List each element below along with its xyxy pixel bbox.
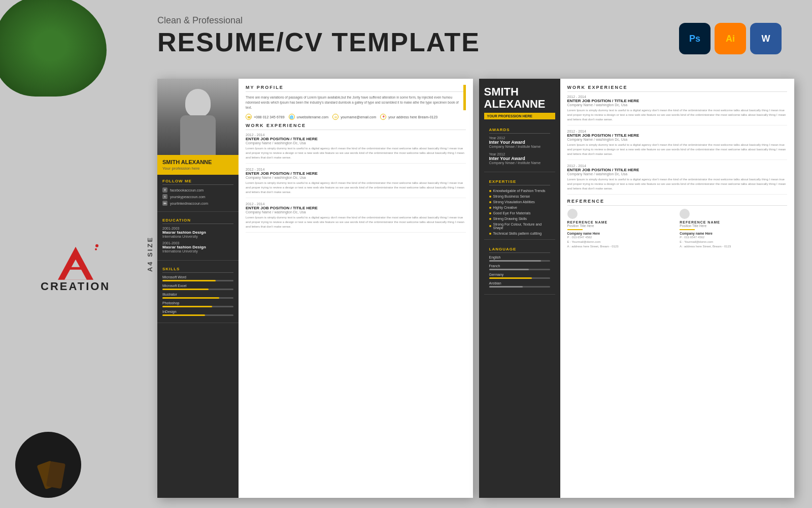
lang-name-4: Arobian <box>489 281 550 285</box>
work-experience-section: WORK EXPERIENCE 2012 - 2014 ENTER JOB PO… <box>246 123 466 233</box>
skill-bar-fill-5 <box>162 314 205 316</box>
edu-year-2: 2001-2003 <box>162 241 233 245</box>
award-title-2: Inter Your Award <box>489 156 550 161</box>
ref-avatar-2 <box>680 209 690 219</box>
follow-me-title: FOLLOW ME <box>162 179 233 185</box>
social-twitter: t yourskypeaccoun.com <box>162 194 233 199</box>
follow-me-section: FOLLOW ME f facebookaccoun.com t yoursky… <box>157 175 239 212</box>
edu-degree-2: Masrar fashion Design <box>162 245 233 249</box>
work-year-1: 2012 - 2014 <box>246 133 466 137</box>
work-company-3: Company Name / washington Dc, Usa <box>246 210 466 214</box>
photoshop-icon: Ps <box>679 23 710 54</box>
page2-work-1: 2012 - 2014 ENTER JOB POSITION / TITILE … <box>567 95 788 125</box>
resume-pages: SMITH ALEXANNE Your profession here FOLL… <box>157 79 794 498</box>
skill-name-2: Microsoft Excel <box>162 284 233 288</box>
lang-bar-bg-2 <box>489 269 550 270</box>
expertise-1: Knowlwdgable of Fashion Trends <box>489 188 550 194</box>
expertise-6: Streng Drawing Skills <box>489 216 550 221</box>
contact-phone: ☎ +088 012 345 6789 <box>246 114 285 120</box>
contact-address: 📍 your address here Bream-0123 <box>380 114 437 120</box>
brand-name: CREATION <box>41 280 110 293</box>
awards-title: AWARDS <box>489 128 550 134</box>
lang-2: Franch <box>489 264 550 270</box>
social-linkedin: in yourlinkedinaccoun.com <box>162 201 233 206</box>
expertise-5: Good Eye For Materials <box>489 210 550 216</box>
lang-bar-fill-4 <box>489 286 523 288</box>
skill-name-5: InDesign <box>162 310 233 313</box>
dot-3 <box>489 201 491 203</box>
profile-section-title: MY PROFILE <box>246 85 466 92</box>
work-desc-3: Lorem Ipsum is simply dummy text is usef… <box>246 215 466 229</box>
award-title-1: Inter Your Award <box>489 140 550 145</box>
expertise-section: Expertise Knowlwdgable of Fashion Trends… <box>484 175 555 240</box>
globe-icon: 🌐 <box>289 114 295 120</box>
edu-school-2: Internationa University <box>162 249 233 253</box>
work-title-1: ENTER JOB POSITION / TITILE HERE <box>246 137 466 141</box>
page1-left-column: SMITH ALEXANNE Your profession here FOLL… <box>157 79 239 498</box>
award-year-2: Year 2012 <box>489 152 550 156</box>
edu-year-1: 2001-2003 <box>162 227 233 230</box>
lang-bar-bg-4 <box>489 286 550 288</box>
ref-divider-1 <box>567 229 583 230</box>
reference-2: REFERENCE NAME Position Title Here Compa… <box>680 209 787 249</box>
work-year-2: 2012 - 2014 <box>246 168 466 171</box>
page2-left-column: SMITH ALEXANNE YOUR PROFESSION HERE AWAR… <box>479 79 560 498</box>
plant-pot-bottom <box>15 432 81 498</box>
dot-5 <box>489 212 491 214</box>
ref-email-2: E : Yourmail@domn.com <box>680 240 787 244</box>
work-company-1: Company Name / washington Dc, Usa <box>246 141 466 145</box>
page2-work-company-1: Company Name / washington Dc, Usa <box>567 103 788 107</box>
skill-5: InDesign <box>162 310 233 316</box>
reference-row: REFERENCE NAME Position Title Here Compa… <box>567 209 788 249</box>
lang-name-2: Franch <box>489 264 550 268</box>
skill-bar-bg-4 <box>162 306 233 307</box>
page2-work-3: 2012 - 2014 ENTER JOB POSITION / TITILE … <box>567 164 788 195</box>
name-banner: SMITH ALEXANNE Your profession here <box>157 155 239 175</box>
work-desc-1: Lorem Ipsum is simply dummy text is usef… <box>246 146 466 160</box>
page2-work-desc-3: Lorem Ipsum is simply dummy text is usef… <box>567 177 788 191</box>
resume-name: SMITH ALEXANNE <box>162 159 233 166</box>
lang-4: Arobian <box>489 281 550 288</box>
lang-bar-bg-3 <box>489 277 550 279</box>
award-company-2: Company Nmae / Institute Name <box>489 161 550 165</box>
email-address: yourname@email.com <box>341 115 376 119</box>
award-item-2: Year 2012 Inter Your Award Company Nmae … <box>489 152 550 165</box>
twitter-icon: t <box>162 194 167 199</box>
education-section: EDUCATION 2001-2003 Masrar fashion Desig… <box>157 214 239 261</box>
page2-work-company-3: Company Name / washington Dc, Usa <box>567 172 788 176</box>
twitter-link: yourskypeaccoun.com <box>170 195 206 199</box>
skill-bar-bg-3 <box>162 297 233 299</box>
word-icon: W <box>750 23 782 54</box>
education-item-2: 2001-2003 Masrar fashion Design Internat… <box>162 241 233 253</box>
ref-email-1: E : Yourmail@domn.com <box>567 240 675 244</box>
social-facebook: f facebookaccoun.com <box>162 187 233 193</box>
linkedin-icon: in <box>162 201 167 206</box>
page2-work-2: 2012 - 2014 ENTER JOB POSITION / TITILE … <box>567 130 788 160</box>
reference-title: REFERENCE <box>567 199 788 206</box>
page2-work-company-2: Company Name / washington Dc, Usa <box>567 138 788 141</box>
edu-school-1: Internationa University <box>162 235 233 238</box>
ref-phone-2: P : 013 6547 4562 <box>680 235 787 240</box>
website-url: urwebsitename.com <box>297 115 329 119</box>
dot-7 <box>489 225 491 227</box>
skill-bar-bg-1 <box>162 280 233 281</box>
page2-work-desc-1: Lorem Ipsum is simply dummy text is usef… <box>567 108 788 122</box>
skills-section: SKILLS Microsoft Word Microsoft Excel Il… <box>157 263 239 323</box>
work-company-2: Company Name / washington Dc, Usa <box>246 176 466 179</box>
education-title: EDUCATION <box>162 218 233 224</box>
lang-3: Germany <box>489 273 550 279</box>
work-entry-3: 2012 - 2014 ENTER JOB POSITION / TITILE … <box>246 202 466 233</box>
page2-name: SMITH ALEXANNE <box>484 86 555 110</box>
skill-bar-fill-2 <box>162 289 209 290</box>
lang-1: English <box>489 256 550 262</box>
brand-logo: CREATION <box>41 244 110 293</box>
dot-4 <box>489 207 491 209</box>
language-section: LANGUAGE English Franch Germany Arobian <box>484 243 555 295</box>
location-icon: 📍 <box>380 114 386 120</box>
expertise-8: Technical Skills pattern cuttting <box>489 231 550 236</box>
skill-bar-bg-2 <box>162 289 233 290</box>
expertise-title: Expertise <box>489 179 550 185</box>
software-icons: Ps Ai W <box>679 23 782 54</box>
page2-profession: YOUR PROFESSION HERE <box>484 113 555 119</box>
skill-name-4: Photoshop <box>162 301 233 305</box>
